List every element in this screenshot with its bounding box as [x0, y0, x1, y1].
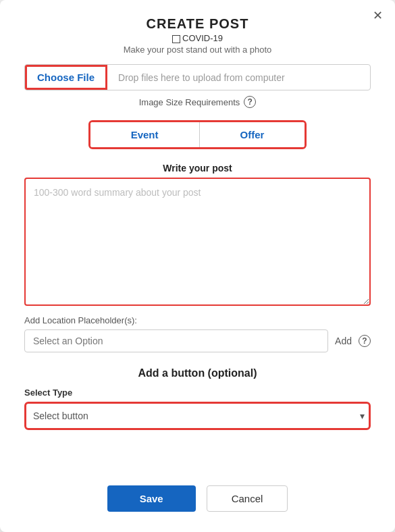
modal-subtitle: COVID-19 [24, 33, 371, 43]
modal-title: CREATE POST [24, 16, 371, 32]
checkbox-icon[interactable] [172, 35, 180, 43]
image-size-label: Image Size Requirements [139, 97, 240, 107]
select-button-dropdown[interactable]: Select button [30, 406, 356, 425]
event-offer-row: Event Offer [88, 120, 307, 149]
add-location-button[interactable]: Add [335, 336, 352, 346]
select-type-label: Select Type [24, 388, 371, 398]
location-select-input[interactable] [24, 329, 328, 352]
file-upload-row: Choose File Drop files here to upload fr… [24, 64, 371, 90]
offer-button[interactable]: Offer [200, 122, 305, 147]
dropdown-arrow-icon: ▾ [360, 410, 365, 421]
create-post-modal: ✕ CREATE POST COVID-19 Make your post st… [0, 0, 395, 532]
footer-buttons: Save Cancel [24, 479, 371, 512]
event-button[interactable]: Event [90, 122, 200, 147]
close-button[interactable]: ✕ [373, 9, 383, 22]
location-row: Add ? [24, 329, 371, 352]
save-button[interactable]: Save [107, 485, 196, 512]
modal-tagline: Make your post stand out with a photo [24, 45, 371, 55]
cancel-button[interactable]: Cancel [207, 485, 288, 512]
post-textarea[interactable] [24, 178, 371, 306]
image-size-row: Image Size Requirements ? [24, 96, 371, 108]
write-post-label: Write your post [24, 163, 371, 174]
image-size-help-icon[interactable]: ? [244, 96, 256, 108]
choose-file-button[interactable]: Choose File [25, 65, 107, 90]
add-button-title: Add a button (optional) [24, 367, 371, 379]
select-button-wrapper: Select button ▾ [24, 402, 371, 430]
drop-zone: Drop files here to upload from computer [107, 65, 370, 90]
location-label: Add Location Placeholder(s): [24, 315, 371, 325]
location-help-icon[interactable]: ? [359, 335, 371, 347]
